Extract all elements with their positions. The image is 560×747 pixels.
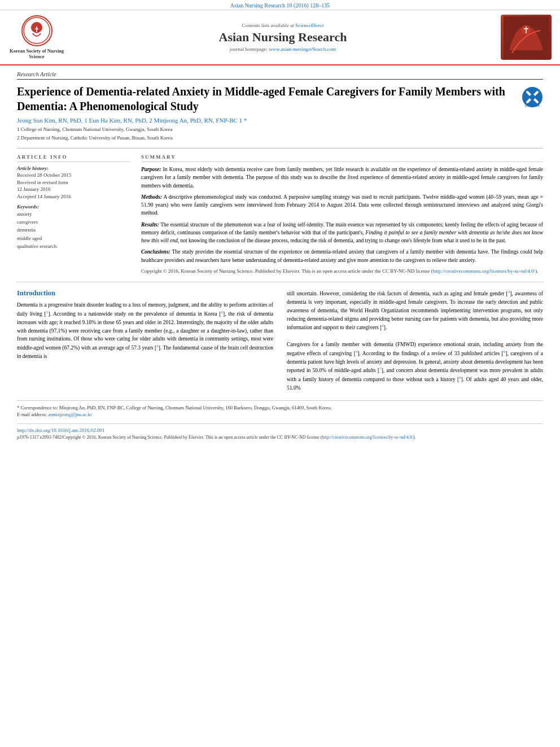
purpose-label: Purpose: <box>141 167 161 172</box>
keywords-label: Keywords: <box>17 204 130 209</box>
conclusions-paragraph: Conclusions: The study provides the esse… <box>141 248 543 264</box>
ref-6: 6 <box>504 350 506 354</box>
license-link[interactable]: http://creativecommons.org/licenses/by-n… <box>433 268 535 274</box>
correspondence-footnote: * Correspondence to: Minjeong An, PhD, R… <box>17 404 543 411</box>
svg-point-4 <box>530 94 535 100</box>
introduction-heading: Introduction <box>17 289 273 298</box>
footnote-section: * Correspondence to: Minjeong An, PhD, R… <box>17 400 543 418</box>
keywords-list: anxietycaregiversdementiamiddle agedqual… <box>17 210 130 251</box>
received-date: Received 28 October 2015 <box>17 172 130 179</box>
journal-header: Korean Society of Nursing Science Conten… <box>0 10 560 65</box>
conclusions-label: Conclusions: <box>141 249 170 255</box>
results-label: Results: <box>141 222 159 228</box>
ref-2a: 2 <box>221 310 224 314</box>
publisher-logo-left: Korean Society of Nursing Science <box>6 15 68 60</box>
article-info-panel: ARTICLE INFO Article history: Received 2… <box>17 154 130 275</box>
korean-society-logo-svg <box>23 16 51 45</box>
italic-finding: Finding it painful to see a family membe… <box>141 230 543 243</box>
ref-5: 5 <box>356 350 358 354</box>
journal-title-center: Contents lists available at ScienceDirec… <box>73 15 492 60</box>
revised-date: Received in revised form12 January 2016 <box>17 179 130 193</box>
accepted-date: Accepted 14 January 2016 <box>17 193 130 200</box>
journal-citation: Asian Nursing Research 10 (2016) 128–135 <box>230 2 330 8</box>
sciencedirect-line: Contents lists available at ScienceDirec… <box>242 23 324 28</box>
introduction-right: still uncertain. However, considering th… <box>287 289 543 392</box>
ref-7: 7 <box>379 366 382 371</box>
article-body: Research Article Experience of Dementia-… <box>0 71 560 451</box>
cover-image-placeholder <box>501 15 552 60</box>
ref-8: 8 <box>459 375 461 380</box>
email-link[interactable]: anminjeong@jnu.ac.kr <box>48 412 92 417</box>
affiliation-1: 1 College of Nursing, Chonnam National U… <box>17 126 543 133</box>
authors-line: Jeong Sun Kim, RN, PhD, 1 Eun Ha Kim, RN… <box>17 117 543 124</box>
publisher-circle-logo <box>21 15 53 46</box>
email-footnote: E-mail address: anminjeong@jnu.ac.kr <box>17 411 543 418</box>
footer-bar: http://dx.doi.org/10.1016/j.anr.2016.02.… <box>17 423 543 440</box>
journal-cover-image <box>498 15 554 60</box>
summary-heading: SUMMARY <box>141 154 543 162</box>
crossmark-badge: CrossMark <box>522 86 543 108</box>
introduction-left-text: Dementia is a progressive brain disorder… <box>17 301 273 360</box>
svg-text:CrossMark: CrossMark <box>525 104 540 107</box>
top-bar: Asian Nursing Research 10 (2016) 128–135 <box>0 0 560 10</box>
summary-panel: SUMMARY Purpose: In Korea, most elderly … <box>141 154 543 275</box>
introduction-right-text: still uncertain. However, considering th… <box>287 289 543 392</box>
introduction-left: Introduction Dementia is a progressive b… <box>17 289 273 392</box>
introduction-section: Introduction Dementia is a progressive b… <box>17 289 543 392</box>
section-divider <box>17 282 543 282</box>
methods-paragraph: Methods: A descriptive phenomenological … <box>141 193 543 217</box>
journal-title: Asian Nursing Research <box>219 30 347 45</box>
article-title-container: Experience of Dementia-related Anxiety i… <box>17 84 543 113</box>
history-label: Article history: <box>17 165 130 171</box>
copyright-text: Copyright © 2016, Korean Society of Nurs… <box>141 268 543 276</box>
publisher-name: Korean Society of Nursing Science <box>6 48 68 59</box>
sciencedirect-link[interactable]: ScienceDirect <box>295 23 323 28</box>
article-title-text: Experience of Dementia-related Anxiety i… <box>17 84 516 113</box>
homepage-link[interactable]: www.asian-nursingreSearch.com <box>269 46 336 52</box>
article-type-label: Research Article <box>17 71 543 80</box>
info-summary-section: ARTICLE INFO Article history: Received 2… <box>17 148 543 275</box>
ref-2b: 2 <box>156 344 159 348</box>
ref-4: 4 <box>382 324 384 328</box>
affiliation-2: 2 Department of Nursing, Catholic Univer… <box>17 134 543 142</box>
summary-text: Purpose: In Korea, most elderly with dem… <box>141 165 543 275</box>
footer-license-link[interactable]: http://creativecommons.org/licenses/by-n… <box>322 435 413 440</box>
article-info-heading: ARTICLE INFO <box>17 154 130 162</box>
purpose-paragraph: Purpose: In Korea, most elderly with dem… <box>141 165 543 190</box>
results-paragraph: Results: The essential structure of the … <box>141 221 543 245</box>
doi-link[interactable]: http://dx.doi.org/10.1016/j.anr.2016.02.… <box>17 427 543 433</box>
ref-1: 1 <box>46 310 49 314</box>
methods-label: Methods: <box>141 194 162 200</box>
issn-text: p1976-1317 e2093-7482/Copyright © 2016, … <box>17 435 543 440</box>
ref-3: 3 <box>508 290 510 294</box>
journal-homepage: journal homepage: www.asian-nursingreSea… <box>230 46 336 52</box>
